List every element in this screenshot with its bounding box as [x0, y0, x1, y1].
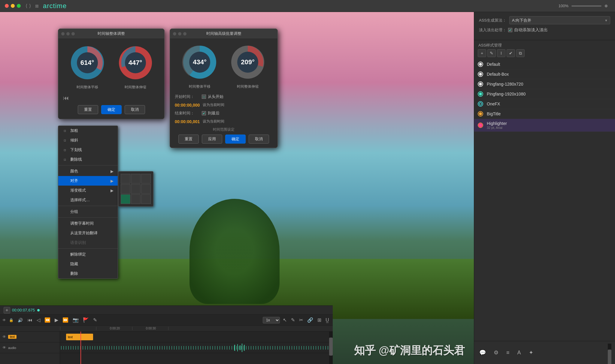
- d2-max[interactable]: [183, 32, 186, 35]
- align-mr[interactable]: [141, 184, 151, 194]
- style-italic-btn[interactable]: I: [497, 49, 505, 57]
- style-add-btn[interactable]: +: [478, 49, 486, 57]
- ctx-color[interactable]: 颜色 ▶: [58, 166, 118, 176]
- forward-icon[interactable]: ⟩: [29, 3, 31, 9]
- edit2-btn[interactable]: ✎: [290, 317, 296, 323]
- dialog1-reset-btn[interactable]: 重置: [78, 105, 98, 114]
- align-br[interactable]: [141, 194, 151, 204]
- dial1[interactable]: 614°: [68, 43, 107, 82]
- align-tc[interactable]: [131, 174, 141, 184]
- visibility-icon-left[interactable]: 👁: [2, 318, 6, 322]
- star-icon-btn[interactable]: ✦: [527, 348, 535, 357]
- end-set-btn[interactable]: 设为当前时间: [203, 119, 224, 124]
- end-time-value[interactable]: 00:00:00,001: [175, 119, 200, 124]
- cursor-btn[interactable]: ↖: [282, 317, 288, 323]
- marker-btn[interactable]: 🚩: [82, 317, 90, 323]
- zoom-slider[interactable]: [571, 5, 601, 7]
- d2-min[interactable]: [178, 32, 181, 35]
- dialog1-ok-btn[interactable]: 确定: [101, 105, 122, 114]
- cut-btn[interactable]: ✂: [298, 317, 304, 323]
- playhead[interactable]: [80, 332, 81, 364]
- dialog2-ok-btn[interactable]: 确定: [225, 135, 246, 144]
- dial3[interactable]: 434°: [180, 43, 219, 82]
- track-audio-eye[interactable]: 👁: [2, 345, 6, 350]
- ctx-delete[interactable]: 删除: [58, 269, 118, 278]
- close-button[interactable]: [5, 4, 9, 8]
- back-icon[interactable]: ⟨: [26, 3, 27, 9]
- link-btn[interactable]: 🔗: [306, 317, 314, 323]
- style-edit-btn[interactable]: ✎: [487, 49, 496, 57]
- ctx-start-translate[interactable]: 从这里开始翻译: [58, 228, 118, 238]
- ctx-gradient[interactable]: 渐变模式 ▶: [58, 186, 118, 195]
- ctx-align[interactable]: 对齐 ▶: [58, 176, 118, 186]
- style-item-default-box[interactable]: Default-Box: [474, 69, 615, 79]
- text-icon-btn[interactable]: A: [516, 349, 523, 357]
- dialog2-apply-btn[interactable]: 应用: [202, 135, 222, 144]
- ctx-adjust-time[interactable]: 调整字幕时间: [58, 219, 118, 228]
- ctx-unbind[interactable]: 解除绑定: [58, 250, 118, 259]
- step-fwd-btn[interactable]: ⏩: [61, 317, 70, 323]
- d1-max[interactable]: [71, 32, 75, 35]
- v-scrollbar-thumb[interactable]: [329, 338, 333, 356]
- style-item-bigtitle[interactable]: BigTitle: [474, 109, 615, 119]
- speaker-icon[interactable]: 🔊: [18, 318, 23, 323]
- track-clip-text[interactable]: text: [66, 334, 93, 340]
- align-ml[interactable]: [121, 184, 130, 194]
- style-item-onefx[interactable]: OneFX: [474, 99, 615, 109]
- align-bl[interactable]: [121, 194, 130, 204]
- skip-icon[interactable]: ⏮: [63, 95, 69, 102]
- dial2[interactable]: 447°: [116, 43, 155, 82]
- play-btn[interactable]: ▶: [53, 317, 59, 323]
- track-text-eye[interactable]: 👁: [2, 335, 6, 339]
- fade-checkbox[interactable]: ✔: [508, 28, 512, 32]
- dialog1-cancel-btn[interactable]: 取消: [125, 105, 145, 114]
- style-verify-btn[interactable]: ✔: [507, 49, 515, 57]
- style-item-pingfang-1080[interactable]: Pingfang-1920x1080: [474, 89, 615, 99]
- right-scrollbar-thumb[interactable]: [608, 350, 611, 364]
- step-back-btn[interactable]: ⏪: [43, 317, 52, 323]
- minimize-button[interactable]: [11, 4, 15, 8]
- edit-btn[interactable]: ✎: [92, 317, 98, 323]
- align-mc[interactable]: [131, 184, 141, 194]
- skip-prev-btn[interactable]: ⏮: [26, 317, 34, 323]
- align-tr[interactable]: [141, 174, 151, 184]
- underline-btn[interactable]: U̲: [324, 317, 330, 323]
- ctx-select-style[interactable]: 选择样式…: [58, 195, 118, 205]
- d1-close[interactable]: [61, 32, 65, 35]
- ctx-hide[interactable]: 隐藏: [58, 259, 118, 269]
- ctx-underline[interactable]: □ 下划线: [58, 145, 118, 155]
- screenshot-btn[interactable]: 📷: [71, 317, 80, 323]
- add-track-button[interactable]: +: [4, 307, 10, 314]
- style-item-pingfang-720[interactable]: Pingfang-1280x720: [474, 79, 615, 89]
- list-icon-btn[interactable]: ≡: [505, 349, 511, 357]
- v-scrollbar[interactable]: [329, 332, 333, 364]
- ctx-group[interactable]: 分组: [58, 207, 118, 217]
- maximize-button[interactable]: [17, 4, 21, 8]
- ctx-bold[interactable]: □ 加粗: [58, 126, 118, 135]
- start-checkbox[interactable]: □: [202, 95, 206, 99]
- settings-icon-btn[interactable]: ⚙: [492, 348, 500, 357]
- ctx-italic[interactable]: □ 倾斜: [58, 135, 118, 145]
- speed-select[interactable]: 1x 0.5x 2x: [263, 317, 280, 323]
- dial4[interactable]: 209°: [228, 43, 267, 82]
- d1-min[interactable]: [66, 32, 70, 35]
- comment-icon-btn[interactable]: 💬: [478, 348, 487, 357]
- style-copy-btn[interactable]: ⧉: [516, 49, 525, 57]
- dialog2-cancel-btn[interactable]: 取消: [249, 135, 269, 144]
- dialog2-reset-btn[interactable]: 重置: [178, 135, 199, 144]
- end-checkbox[interactable]: ✔: [202, 111, 206, 115]
- align-bc[interactable]: [131, 194, 141, 204]
- align-tl[interactable]: [121, 174, 130, 184]
- prev-frame-btn[interactable]: ◁: [35, 317, 41, 323]
- ass-select[interactable]: A:向下合并: [509, 16, 610, 24]
- start-set-btn[interactable]: 设为当前时间: [203, 102, 224, 108]
- style-item-default[interactable]: Default: [474, 59, 615, 69]
- merge-btn[interactable]: ⊞: [316, 317, 323, 323]
- d2-close[interactable]: [173, 32, 176, 35]
- ctx-strikethrough[interactable]: □ 删除线: [58, 155, 118, 164]
- start-time-value[interactable]: 00:00:00,000: [175, 103, 200, 108]
- pin-icon[interactable]: ⊠: [35, 4, 39, 8]
- style-item-highlighter[interactable]: Highlighter 32 pt, Arial: [474, 119, 615, 132]
- right-scrollbar[interactable]: [608, 344, 611, 362]
- lock-icon[interactable]: 🔒: [9, 318, 14, 322]
